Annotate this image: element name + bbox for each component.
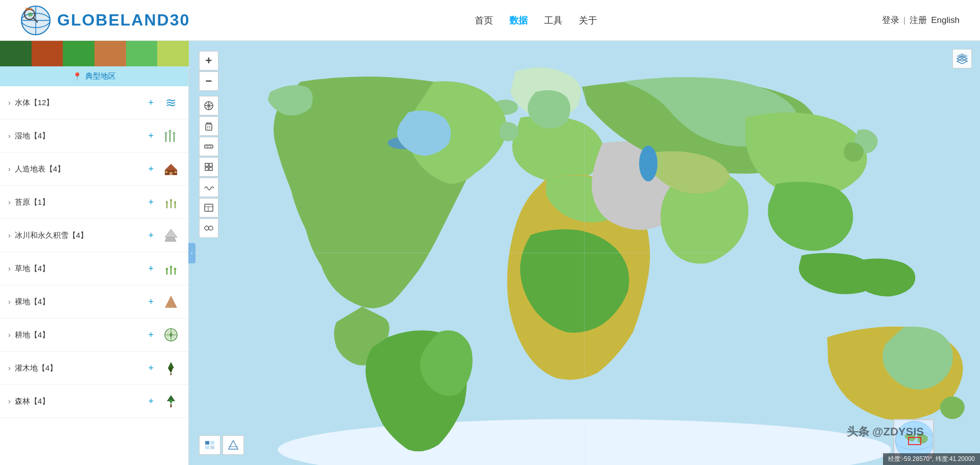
typical-area-label: 典型地区 — [85, 71, 116, 81]
color-swatch-1[interactable] — [32, 41, 63, 66]
chevron-icon-tundra: › — [8, 198, 11, 206]
layer-item-glacier[interactable]: › 冰川和永久积雪【4】 + — [0, 219, 188, 252]
layer-label-farmland: 耕地【4】 — [15, 330, 149, 340]
layer-item-shrubland[interactable]: › 灌木地【4】 + — [0, 352, 188, 385]
layer-item-forest[interactable]: › 森林【4】 + — [0, 385, 188, 418]
layer-plus-farmland[interactable]: + — [148, 330, 154, 340]
layer-plus-tundra[interactable]: + — [148, 197, 154, 208]
map-toolbar: + − — [199, 51, 218, 238]
language-button[interactable]: English — [931, 15, 960, 26]
chevron-icon-farmland: › — [8, 331, 11, 339]
table-tool-button[interactable] — [199, 198, 218, 217]
layer-label-bareland: 裸地【4】 — [15, 297, 149, 307]
layer-icon-shrubland — [162, 359, 180, 377]
layer-icon-tundra — [162, 193, 180, 211]
svg-point-38 — [639, 145, 657, 181]
layer-icon-water: ≋ — [162, 93, 180, 112]
logo-area[interactable]: 30m GLOBELAND30 — [20, 5, 190, 36]
main-nav: 首页 数据 工具 关于 — [475, 14, 597, 27]
svg-marker-33 — [169, 400, 173, 404]
svg-rect-47 — [206, 124, 212, 130]
register-link[interactable]: 注册 — [910, 14, 927, 26]
nav-data[interactable]: 数据 — [509, 14, 528, 27]
collapse-sidebar-button[interactable]: ‹ — [188, 243, 195, 263]
layer-item-tundra[interactable]: › 苔原【1】 + — [0, 186, 188, 219]
layer-label-artificial: 人造地表【4】 — [15, 164, 149, 174]
layer-icon-wetland — [162, 127, 180, 145]
svg-rect-14 — [165, 171, 167, 173]
layer-list: › 水体【12】 + ≋ › 湿地【4】 + — [0, 86, 188, 465]
layer-plus-shrubland[interactable]: + — [148, 363, 154, 374]
nav-tools[interactable]: 工具 — [544, 14, 562, 27]
layer-label-shrubland: 灌木地【4】 — [15, 363, 149, 373]
color-swatch-0[interactable] — [0, 41, 32, 66]
chevron-icon-bareland: › — [8, 298, 11, 306]
layer-label-glacier: 冰川和永久积雪【4】 — [15, 231, 149, 240]
color-swatch-2[interactable] — [63, 41, 94, 66]
login-link[interactable]: 登录 — [882, 14, 899, 26]
layer-label-grassland: 草地【4】 — [15, 264, 149, 274]
layer-plus-forest[interactable]: + — [148, 396, 154, 407]
chevron-icon-grassland: › — [8, 264, 11, 273]
grid-tool-button[interactable] — [199, 157, 218, 177]
layer-plus-wetland[interactable]: + — [148, 131, 154, 141]
svg-rect-59 — [209, 163, 212, 166]
compare-tool-button[interactable] — [199, 218, 218, 238]
color-swatch-5[interactable] — [157, 41, 189, 66]
layer-item-artificial[interactable]: › 人造地表【4】 + — [0, 153, 188, 186]
layer-label-forest: 森林【4】 — [15, 397, 149, 406]
pin-icon: 📍 — [72, 72, 82, 81]
logo-text: GLOBELAND30 — [57, 11, 190, 30]
layer-icon-farmland — [162, 326, 180, 344]
measure-tool-button[interactable] — [199, 137, 218, 156]
color-swatch-4[interactable] — [126, 41, 158, 66]
layer-item-water[interactable]: › 水体【12】 + ≋ — [0, 86, 188, 119]
chevron-icon-water: › — [8, 99, 11, 107]
typical-area-button[interactable]: 📍 典型地区 — [0, 66, 188, 86]
color-bar — [0, 41, 189, 66]
pan-tool-button[interactable] — [199, 96, 218, 115]
map-container[interactable]: + − — [189, 41, 980, 465]
delete-tool-button[interactable] — [199, 116, 218, 136]
chevron-icon-wetland: › — [8, 132, 11, 140]
base-map-button[interactable] — [223, 435, 244, 455]
world-map — [189, 41, 980, 465]
layer-plus-grassland[interactable]: + — [148, 263, 154, 274]
zoom-out-button[interactable]: − — [199, 71, 218, 91]
layer-item-grassland[interactable]: › 草地【4】 + — [0, 252, 188, 285]
svg-rect-67 — [205, 441, 209, 445]
nav-home[interactable]: 首页 — [475, 14, 493, 27]
layer-icon-bareland — [162, 292, 180, 311]
chevron-icon-forest: › — [8, 397, 11, 405]
wave-tool-button[interactable] — [199, 178, 218, 197]
chevron-icon-artificial: › — [8, 165, 11, 173]
layers-toggle-button[interactable] — [952, 49, 972, 68]
svg-marker-19 — [165, 229, 177, 237]
layer-label-tundra: 苔原【1】 — [15, 198, 149, 207]
nav-about[interactable]: 关于 — [579, 14, 597, 27]
svg-marker-71 — [229, 440, 238, 449]
layer-icon-glacier — [162, 226, 180, 244]
layer-icon-forest — [162, 392, 180, 410]
layer-plus-glacier[interactable]: + — [148, 230, 154, 241]
bottom-map-controls — [199, 435, 244, 455]
layer-plus-bareland[interactable]: + — [148, 297, 154, 307]
layer-item-wetland[interactable]: › 湿地【4】 + — [0, 119, 188, 153]
svg-rect-68 — [210, 441, 214, 445]
layer-plus-water[interactable]: + — [148, 97, 154, 108]
svg-marker-20 — [165, 237, 176, 241]
color-swatch-3[interactable] — [94, 41, 126, 66]
layer-item-bareland[interactable]: › 裸地【4】 + — [0, 285, 188, 319]
auth-divider: | — [903, 15, 905, 26]
svg-point-66 — [209, 226, 213, 230]
svg-rect-61 — [209, 167, 212, 170]
zoom-in-button[interactable]: + — [199, 51, 218, 70]
svg-rect-62 — [205, 204, 213, 211]
layer-plus-artificial[interactable]: + — [148, 164, 154, 175]
layer-item-farmland[interactable]: › 耕地【4】 + — [0, 319, 188, 352]
svg-rect-69 — [205, 446, 209, 449]
layer-list-button[interactable] — [199, 435, 220, 455]
svg-marker-29 — [168, 362, 174, 368]
svg-marker-30 — [168, 368, 173, 373]
svg-point-65 — [205, 226, 209, 230]
